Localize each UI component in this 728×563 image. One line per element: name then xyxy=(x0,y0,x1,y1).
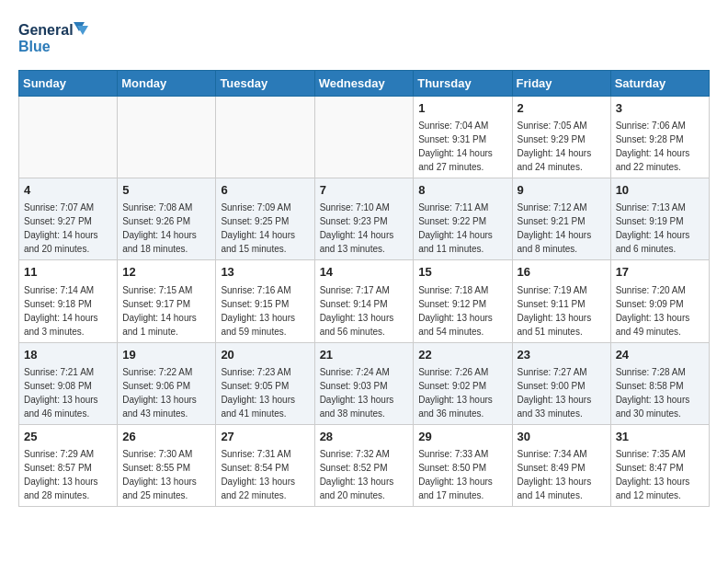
day-number: 27 xyxy=(221,429,309,445)
calendar-day-cell: 5Sunrise: 7:08 AMSunset: 9:26 PMDaylight… xyxy=(118,178,216,260)
day-number: 12 xyxy=(122,264,210,281)
day-info: Sunrise: 7:11 AMSunset: 9:22 PMDaylight:… xyxy=(418,201,506,256)
day-info: Sunrise: 7:10 AMSunset: 9:23 PMDaylight:… xyxy=(320,201,409,256)
calendar-day-cell xyxy=(216,97,314,178)
day-number: 19 xyxy=(122,347,210,363)
calendar-day-cell: 18Sunrise: 7:21 AMSunset: 9:08 PMDayligh… xyxy=(19,342,118,424)
calendar-day-cell: 14Sunrise: 7:17 AMSunset: 9:14 PMDayligh… xyxy=(314,260,414,342)
calendar-day-cell: 12Sunrise: 7:15 AMSunset: 9:17 PMDayligh… xyxy=(118,260,216,342)
day-number: 23 xyxy=(518,347,606,363)
day-number: 15 xyxy=(418,264,506,281)
page-header: GeneralBlue xyxy=(18,18,710,55)
calendar-week-row: 11Sunrise: 7:14 AMSunset: 9:18 PMDayligh… xyxy=(19,260,710,342)
calendar-day-cell: 27Sunrise: 7:31 AMSunset: 8:54 PMDayligh… xyxy=(216,424,314,506)
day-number: 25 xyxy=(24,429,112,445)
day-info: Sunrise: 7:06 AMSunset: 9:28 PMDaylight:… xyxy=(616,119,704,174)
calendar-day-cell xyxy=(314,97,414,178)
day-number: 1 xyxy=(418,100,506,117)
day-info: Sunrise: 7:14 AMSunset: 9:18 PMDaylight:… xyxy=(24,283,112,339)
calendar-day-cell xyxy=(19,97,118,178)
calendar-day-cell: 21Sunrise: 7:24 AMSunset: 9:03 PMDayligh… xyxy=(314,342,414,424)
day-number: 7 xyxy=(320,182,409,199)
calendar-day-cell: 10Sunrise: 7:13 AMSunset: 9:19 PMDayligh… xyxy=(610,178,709,260)
day-number: 4 xyxy=(24,182,112,199)
day-number: 3 xyxy=(616,100,704,117)
day-info: Sunrise: 7:20 AMSunset: 9:09 PMDaylight:… xyxy=(616,283,704,339)
day-number: 28 xyxy=(320,429,409,445)
day-info: Sunrise: 7:18 AMSunset: 9:12 PMDaylight:… xyxy=(418,283,506,339)
day-info: Sunrise: 7:28 AMSunset: 8:58 PMDaylight:… xyxy=(616,365,704,420)
day-info: Sunrise: 7:13 AMSunset: 9:19 PMDaylight:… xyxy=(616,201,704,256)
day-info: Sunrise: 7:30 AMSunset: 8:55 PMDaylight:… xyxy=(122,447,210,502)
calendar-day-cell: 11Sunrise: 7:14 AMSunset: 9:18 PMDayligh… xyxy=(19,260,118,342)
calendar-day-cell: 16Sunrise: 7:19 AMSunset: 9:11 PMDayligh… xyxy=(512,260,610,342)
day-info: Sunrise: 7:23 AMSunset: 9:05 PMDaylight:… xyxy=(221,365,309,420)
day-info: Sunrise: 7:35 AMSunset: 8:47 PMDaylight:… xyxy=(616,447,704,502)
day-info: Sunrise: 7:21 AMSunset: 9:08 PMDaylight:… xyxy=(24,365,112,420)
calendar-day-cell: 19Sunrise: 7:22 AMSunset: 9:06 PMDayligh… xyxy=(118,342,216,424)
calendar-day-cell: 2Sunrise: 7:05 AMSunset: 9:29 PMDaylight… xyxy=(512,97,610,178)
weekday-header-sunday: Sunday xyxy=(19,71,118,97)
day-number: 20 xyxy=(221,347,309,363)
day-info: Sunrise: 7:22 AMSunset: 9:06 PMDaylight:… xyxy=(122,365,210,420)
calendar-day-cell: 30Sunrise: 7:34 AMSunset: 8:49 PMDayligh… xyxy=(512,424,610,506)
calendar-day-cell: 15Sunrise: 7:18 AMSunset: 9:12 PMDayligh… xyxy=(414,260,512,342)
calendar-week-row: 1Sunrise: 7:04 AMSunset: 9:31 PMDaylight… xyxy=(19,97,710,178)
calendar-day-cell: 29Sunrise: 7:33 AMSunset: 8:50 PMDayligh… xyxy=(414,424,512,506)
day-number: 6 xyxy=(221,182,309,199)
calendar-header-row: SundayMondayTuesdayWednesdayThursdayFrid… xyxy=(19,71,710,97)
day-number: 17 xyxy=(616,264,704,281)
calendar-day-cell: 6Sunrise: 7:09 AMSunset: 9:25 PMDaylight… xyxy=(216,178,314,260)
day-info: Sunrise: 7:29 AMSunset: 8:57 PMDaylight:… xyxy=(24,447,112,502)
day-number: 21 xyxy=(320,347,409,363)
day-info: Sunrise: 7:16 AMSunset: 9:15 PMDaylight:… xyxy=(221,283,309,339)
calendar-day-cell xyxy=(118,97,216,178)
calendar-day-cell: 26Sunrise: 7:30 AMSunset: 8:55 PMDayligh… xyxy=(118,424,216,506)
day-info: Sunrise: 7:26 AMSunset: 9:02 PMDaylight:… xyxy=(418,365,506,420)
calendar-week-row: 18Sunrise: 7:21 AMSunset: 9:08 PMDayligh… xyxy=(19,342,710,424)
day-number: 31 xyxy=(616,429,704,445)
svg-text:General: General xyxy=(18,22,74,38)
calendar-day-cell: 8Sunrise: 7:11 AMSunset: 9:22 PMDaylight… xyxy=(414,178,512,260)
logo: GeneralBlue xyxy=(18,18,92,55)
calendar-day-cell: 13Sunrise: 7:16 AMSunset: 9:15 PMDayligh… xyxy=(216,260,314,342)
day-info: Sunrise: 7:27 AMSunset: 9:00 PMDaylight:… xyxy=(518,365,606,420)
day-info: Sunrise: 7:31 AMSunset: 8:54 PMDaylight:… xyxy=(221,447,309,502)
weekday-header-tuesday: Tuesday xyxy=(216,71,314,97)
day-number: 9 xyxy=(518,182,606,199)
calendar-day-cell: 1Sunrise: 7:04 AMSunset: 9:31 PMDaylight… xyxy=(414,97,512,178)
day-info: Sunrise: 7:15 AMSunset: 9:17 PMDaylight:… xyxy=(122,283,210,339)
calendar-table: SundayMondayTuesdayWednesdayThursdayFrid… xyxy=(18,70,710,507)
day-number: 26 xyxy=(122,429,210,445)
day-info: Sunrise: 7:09 AMSunset: 9:25 PMDaylight:… xyxy=(221,201,309,256)
day-info: Sunrise: 7:33 AMSunset: 8:50 PMDaylight:… xyxy=(418,447,506,502)
day-number: 2 xyxy=(518,100,606,117)
weekday-header-saturday: Saturday xyxy=(610,71,709,97)
day-number: 24 xyxy=(616,347,704,363)
day-info: Sunrise: 7:19 AMSunset: 9:11 PMDaylight:… xyxy=(518,283,606,339)
calendar-day-cell: 25Sunrise: 7:29 AMSunset: 8:57 PMDayligh… xyxy=(19,424,118,506)
svg-text:Blue: Blue xyxy=(18,39,51,54)
day-number: 16 xyxy=(518,264,606,281)
weekday-header-thursday: Thursday xyxy=(414,71,512,97)
weekday-header-wednesday: Wednesday xyxy=(314,71,414,97)
calendar-week-row: 25Sunrise: 7:29 AMSunset: 8:57 PMDayligh… xyxy=(19,424,710,506)
calendar-day-cell: 28Sunrise: 7:32 AMSunset: 8:52 PMDayligh… xyxy=(314,424,414,506)
day-info: Sunrise: 7:05 AMSunset: 9:29 PMDaylight:… xyxy=(518,119,606,174)
day-info: Sunrise: 7:17 AMSunset: 9:14 PMDaylight:… xyxy=(320,283,409,339)
calendar-day-cell: 3Sunrise: 7:06 AMSunset: 9:28 PMDaylight… xyxy=(610,97,709,178)
calendar-day-cell: 20Sunrise: 7:23 AMSunset: 9:05 PMDayligh… xyxy=(216,342,314,424)
calendar-day-cell: 24Sunrise: 7:28 AMSunset: 8:58 PMDayligh… xyxy=(610,342,709,424)
calendar-day-cell: 31Sunrise: 7:35 AMSunset: 8:47 PMDayligh… xyxy=(610,424,709,506)
calendar-day-cell: 4Sunrise: 7:07 AMSunset: 9:27 PMDaylight… xyxy=(19,178,118,260)
day-info: Sunrise: 7:07 AMSunset: 9:27 PMDaylight:… xyxy=(24,201,112,256)
day-number: 10 xyxy=(616,182,704,199)
calendar-day-cell: 7Sunrise: 7:10 AMSunset: 9:23 PMDaylight… xyxy=(314,178,414,260)
calendar-week-row: 4Sunrise: 7:07 AMSunset: 9:27 PMDaylight… xyxy=(19,178,710,260)
day-info: Sunrise: 7:34 AMSunset: 8:49 PMDaylight:… xyxy=(518,447,606,502)
day-info: Sunrise: 7:04 AMSunset: 9:31 PMDaylight:… xyxy=(418,119,506,174)
day-number: 29 xyxy=(418,429,506,445)
day-number: 11 xyxy=(24,264,112,281)
calendar-day-cell: 17Sunrise: 7:20 AMSunset: 9:09 PMDayligh… xyxy=(610,260,709,342)
day-info: Sunrise: 7:32 AMSunset: 8:52 PMDaylight:… xyxy=(320,447,409,502)
